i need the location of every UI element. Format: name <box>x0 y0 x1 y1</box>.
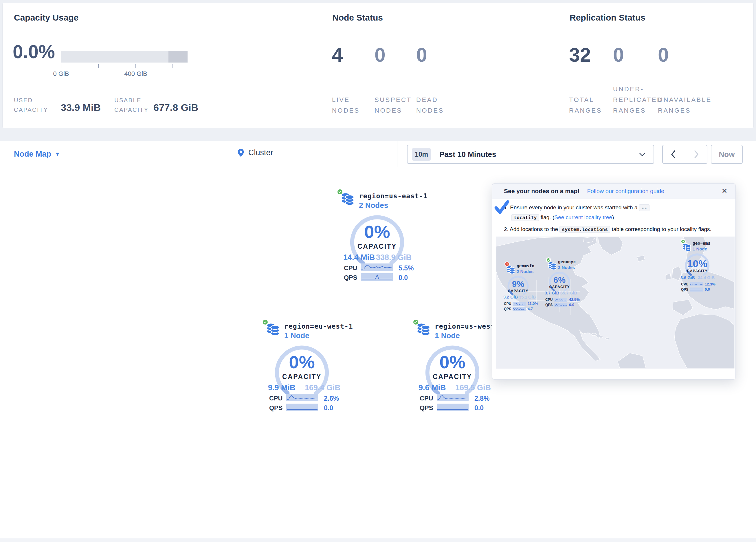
database-icon <box>548 261 557 271</box>
step2-post: table corresponding to your locality fla… <box>612 226 711 232</box>
footer-band <box>0 538 756 542</box>
region-name: region=eu-west-1 <box>284 323 353 330</box>
database-icon <box>416 322 431 337</box>
step1-text: Ensure every node in your cluster was st… <box>510 204 637 210</box>
axis-tick-label: 400 GiB <box>121 70 150 78</box>
region-total-capacity: 338.9 GiB <box>376 253 412 262</box>
region-capacity-label: CAPACITY <box>348 242 406 250</box>
qps-value: 0.0 <box>399 274 408 282</box>
healthy-check-icon <box>412 319 419 326</box>
region-node-count: 1 Node <box>284 331 309 340</box>
qps-row: QPS 0.0 <box>681 287 710 292</box>
time-range-selector[interactable]: 10m Past 10 Minutes <box>407 145 654 164</box>
map-node-name: geo=nyc <box>558 259 576 264</box>
chevron-down-icon: ▾ <box>56 150 59 158</box>
cpu-label: CPU <box>504 302 513 306</box>
cpu-sparkline <box>513 302 526 306</box>
dead-nodes-count: 0 <box>416 43 427 66</box>
used-capacity-value: 33.9 MiB <box>61 102 101 113</box>
region-capacity-percent: 0% <box>274 352 330 372</box>
step2-pre: Add locations to the <box>510 226 558 232</box>
axis-tick <box>98 64 99 68</box>
cpu-value: 2.8% <box>474 395 489 403</box>
qps-value: 0.0 <box>324 404 333 412</box>
qps-row: QPS 4.7 <box>504 307 533 311</box>
qps-sparkline <box>690 288 703 292</box>
qps-sparkline <box>361 273 393 281</box>
region-node-count: 1 Node <box>435 331 460 340</box>
cpu-label: CPU <box>344 264 357 272</box>
configuration-guide-link[interactable]: Follow our configuration guide <box>587 188 664 194</box>
locality-tree-link[interactable]: See current locality tree <box>554 214 612 220</box>
map-node-count: 2 Nodes <box>517 269 533 274</box>
axis-tick <box>135 64 136 68</box>
capacity-usage-bar <box>61 51 188 63</box>
suspect-nodes-label: SUSPECT NODES <box>375 94 415 116</box>
code-chip: system.locations <box>559 226 610 233</box>
database-icon <box>506 265 515 275</box>
qps-label: QPS <box>344 274 357 282</box>
view-selector-node-map[interactable]: Node Map ▾ <box>14 149 59 159</box>
capacity-usage-bar-used-segment <box>168 51 188 63</box>
cpu-sparkline <box>690 282 703 287</box>
map-node-name: geo=ams <box>693 241 710 245</box>
database-icon <box>682 242 691 252</box>
now-button[interactable]: Now <box>711 145 743 164</box>
total: 65.7 GiB <box>560 291 577 295</box>
step1-mid: flag. ( <box>541 214 555 220</box>
step1-line2: locality flag. (See current locality tre… <box>511 214 614 220</box>
popup-header: See your nodes on a map! Follow our conf… <box>492 183 735 199</box>
dead-nodes-label: DEAD NODES <box>416 94 451 116</box>
healthy-check-icon <box>546 257 551 262</box>
region-capacity-label: CAPACITY <box>273 373 331 381</box>
map-node-capacity-values: 3.7 GiB 65.7 GiB <box>545 291 577 295</box>
axis-tick <box>61 64 61 68</box>
close-icon[interactable]: ✕ <box>722 187 727 195</box>
cpu-value: 42.5% <box>569 297 580 302</box>
qps-label: QPS <box>269 404 282 412</box>
qps-value: 0.0 <box>705 287 710 292</box>
cpu-sparkline <box>437 394 469 401</box>
step2-number: 2. <box>504 226 509 232</box>
qps-sparkline <box>554 303 567 307</box>
qps-label: QPS <box>504 307 513 311</box>
time-range-badge: 10m <box>412 148 431 161</box>
total: 35.1 GiB <box>519 295 536 300</box>
node-status-title: Node Status <box>332 13 383 23</box>
cpu-row: CPU 11.0% <box>504 302 538 306</box>
used: 3.2 GiB <box>503 295 518 300</box>
time-pager <box>662 145 707 164</box>
time-prev-button[interactable] <box>671 150 676 158</box>
qps-label: QPS <box>420 404 433 412</box>
region-capacity-values: 14.4 MiB 338.9 GiB <box>343 253 412 262</box>
code-chip: locality <box>511 214 539 221</box>
step1-line1: 1. Ensure every node in your cluster was… <box>504 204 649 211</box>
qps-value: 0.0 <box>474 404 484 412</box>
region-name: region=us-east-1 <box>359 192 428 200</box>
map-pin-icon <box>237 148 244 157</box>
qps-sparkline <box>286 404 318 411</box>
live-nodes-label: LIVE NODES <box>332 94 367 116</box>
axis-tick <box>173 64 173 68</box>
unavailable-count: 0 <box>658 43 669 66</box>
pager-divider <box>685 145 685 163</box>
healthy-check-icon <box>262 319 269 326</box>
toolbar-divider <box>397 141 397 167</box>
step-done-check-icon <box>494 200 510 215</box>
warning-badge: 1 <box>504 261 510 266</box>
qps-row: QPS 0.0 <box>545 303 574 307</box>
live-nodes-count: 4 <box>332 43 343 66</box>
cpu-sparkline <box>361 263 393 271</box>
healthy-check-icon <box>680 239 686 244</box>
step2: 2. Add locations to the system.locations… <box>504 224 727 234</box>
breadcrumb[interactable]: Cluster <box>237 148 273 157</box>
qps-sparkline <box>437 404 469 411</box>
cpu-row: CPU 42.5% <box>545 297 580 302</box>
cpu-sparkline <box>554 298 567 302</box>
region-used-capacity: 14.4 MiB <box>343 253 375 262</box>
cpu-row: CPU 12.3% <box>681 282 715 287</box>
cpu-value: 12.3% <box>705 282 715 287</box>
time-next-button[interactable] <box>694 150 699 158</box>
region-node-count: 2 Nodes <box>359 201 388 210</box>
unavailable-label: UNAVAILABLE RANGES <box>658 94 719 116</box>
